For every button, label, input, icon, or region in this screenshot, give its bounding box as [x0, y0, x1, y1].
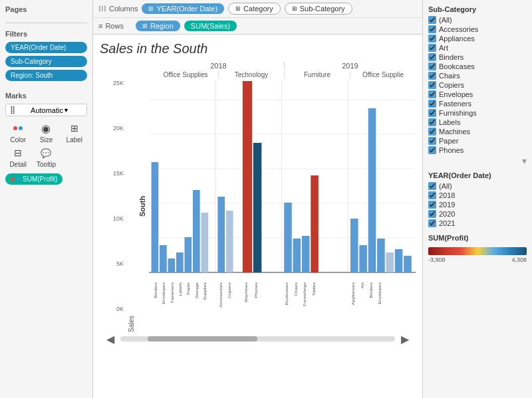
cb-accessories-input[interactable] [428, 25, 436, 33]
cb-phones-input[interactable] [428, 146, 436, 154]
columns-label: ⁞⁞⁞ Columns [98, 4, 138, 13]
cb-all[interactable]: (All) [428, 16, 527, 24]
x-label-art: Art [360, 282, 364, 288]
bar-appliances-2019 [350, 219, 358, 272]
bar-fasteners-2018 [168, 258, 176, 272]
filter-region[interactable]: Region: South [5, 70, 87, 81]
year-2018-input[interactable] [428, 191, 436, 199]
marks-size[interactable]: ◉ Size [33, 122, 59, 144]
sidebar: Pages Filters YEAR(Order Date) Sub-Categ… [0, 0, 93, 398]
pages-label: Pages [5, 5, 87, 13]
year-2019-input[interactable] [428, 201, 436, 209]
year-2021[interactable]: 2021 [428, 219, 527, 227]
cb-machines[interactable]: Machines [428, 128, 527, 136]
bar-binders-2018 [152, 162, 159, 272]
chart-container: 2018 2019 Office Supplies Technology Fur… [100, 62, 416, 392]
cb-accessories[interactable]: Accessories [428, 25, 527, 33]
filters-label: Filters [5, 30, 87, 38]
cb-appliances-input[interactable] [428, 35, 436, 43]
cb-labels-input[interactable] [428, 118, 436, 126]
cb-bookcases-input[interactable] [428, 62, 436, 70]
pill-year-order-date[interactable]: ⊞ YEAR(Order Date) [142, 3, 224, 14]
scrollbar-area[interactable]: ◀ ▶ [100, 332, 416, 346]
cb-envelopes-input[interactable] [428, 90, 436, 98]
y-label-20k: 20K [113, 125, 124, 132]
detail-icon: ⊟ [11, 146, 25, 159]
cb-labels[interactable]: Labels [428, 118, 527, 126]
marks-grid: Color ◉ Size ⊞ Label ⊟ Detail 💬 Tooltip [5, 122, 87, 168]
cb-envelopes[interactable]: Envelopes [428, 90, 527, 98]
cb-chairs[interactable]: Chairs [428, 72, 527, 80]
cb-appliances[interactable]: Appliances [428, 35, 527, 43]
pill-category[interactable]: ⊞ Category [228, 3, 281, 15]
color-bar-container: -3,908 4,308 [428, 247, 527, 263]
cb-machines-input[interactable] [428, 128, 436, 136]
chart-svg: Binders Envelopes Fasteners Labels Paper… [149, 80, 416, 332]
scrollbar-thumb[interactable] [148, 336, 257, 342]
bar-more2-2019 [395, 249, 403, 272]
sub-category-title: Sub-Category [428, 5, 527, 13]
chart-title: Sales in the South [100, 41, 416, 56]
marks-tooltip[interactable]: 💬 Tooltip [33, 146, 59, 168]
sub-category-list: (All) Accessories Appliances Art Binders… [428, 16, 527, 166]
sum-profit-pill[interactable]: SUM(Profit) [5, 173, 63, 185]
cb-art[interactable]: Art [428, 44, 527, 52]
year-2021-input[interactable] [428, 219, 436, 227]
sum-profit-title: SUM(Profit) [428, 234, 527, 242]
x-label-paper: Paper [186, 282, 192, 294]
cb-binders[interactable]: Binders [428, 53, 527, 61]
cb-art-input[interactable] [428, 44, 436, 52]
bar-phones-2018 [253, 143, 261, 272]
bar-binders-2019 [368, 108, 376, 272]
bar-more-2019 [386, 252, 394, 272]
filter-sub-category[interactable]: Sub-Category [5, 56, 87, 67]
cb-copiers-input[interactable] [428, 81, 436, 89]
bar-envelopes-2018 [160, 245, 167, 272]
scrollbar-track[interactable] [120, 336, 395, 342]
y-label-25k: 25K [113, 80, 124, 86]
year-all-input[interactable] [428, 182, 436, 190]
marks-dropdown-value: Automatic [31, 106, 63, 114]
pill-region[interactable]: ⊞ Region [136, 21, 180, 31]
color-max-label: 4,308 [511, 256, 527, 263]
cb-furnishings[interactable]: Furnishings [428, 109, 527, 117]
x-label-copiers: Copiers [227, 282, 232, 298]
cb-copiers[interactable]: Copiers [428, 81, 527, 89]
cb-paper-input[interactable] [428, 137, 436, 145]
cb-fasteners[interactable]: Fasteners [428, 100, 527, 108]
scroll-right-arrow[interactable]: ▶ [398, 333, 412, 346]
year-2018[interactable]: 2018 [428, 191, 527, 199]
cb-bookcases[interactable]: Bookcases [428, 62, 527, 70]
x-label-binders2: Binders [368, 282, 373, 298]
x-label-supplies: Supplies [203, 282, 208, 300]
cb-chairs-input[interactable] [428, 72, 436, 80]
cb-all-input[interactable] [428, 16, 436, 24]
rows-icon: ≡ [98, 22, 102, 30]
marks-color[interactable]: Color [5, 122, 31, 144]
pill-sum-sales[interactable]: SUM(Sales) [184, 21, 237, 31]
cb-furnishings-input[interactable] [428, 109, 436, 117]
cb-binders-input[interactable] [428, 53, 436, 61]
year-all[interactable]: (All) [428, 182, 527, 190]
year-2018-label: 2018 [153, 62, 285, 70]
color-icon [11, 122, 25, 135]
bar-tables-2018 [311, 175, 319, 272]
bar-storage-2018 [193, 190, 200, 272]
x-label-fasteners: Fasteners [170, 282, 174, 303]
marks-dropdown[interactable]: ⣿ Automatic ▼ [5, 104, 87, 116]
marks-label[interactable]: ⊞ Label [62, 122, 87, 144]
cb-fasteners-input[interactable] [428, 100, 436, 108]
pill-sub-category[interactable]: ⊞ Sub-Category [285, 3, 352, 15]
y-label-5k: 5K [116, 260, 124, 267]
marks-detail[interactable]: ⊟ Detail [5, 146, 31, 168]
cb-phones[interactable]: Phones [428, 146, 527, 154]
cb-paper[interactable]: Paper [428, 137, 527, 145]
year-2020[interactable]: 2020 [428, 210, 527, 218]
bar-bookcases-2018 [284, 203, 292, 272]
year-2020-input[interactable] [428, 210, 436, 218]
columns-icon: ⁞⁞⁞ [98, 4, 106, 13]
scroll-left-arrow[interactable]: ◀ [103, 333, 118, 346]
sum-profit-label: SUM(Profit) [23, 175, 57, 183]
year-2019[interactable]: 2019 [428, 201, 527, 209]
filter-year-order-date[interactable]: YEAR(Order Date) [5, 42, 87, 53]
